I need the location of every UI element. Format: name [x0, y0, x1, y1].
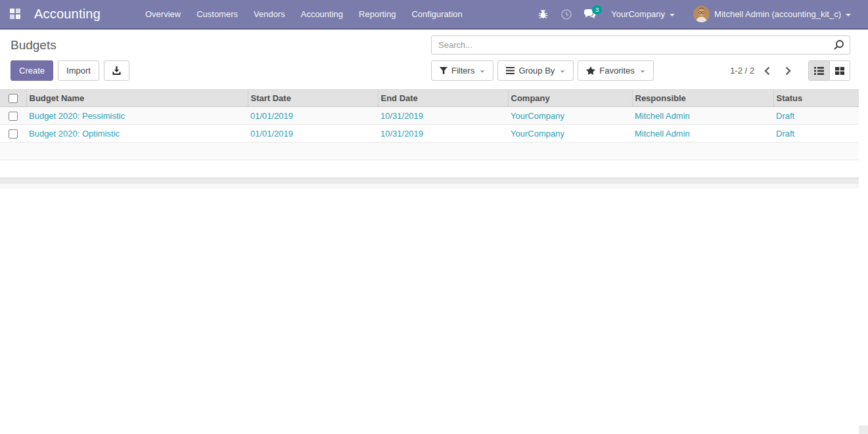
- download-icon: [112, 66, 121, 76]
- messages-menu-button[interactable]: 3: [580, 4, 601, 25]
- cell-start-date[interactable]: 01/01/2019: [248, 107, 378, 125]
- column-header-company[interactable]: Company: [508, 90, 632, 107]
- import-button[interactable]: Import: [58, 60, 99, 81]
- company-switcher[interactable]: YourCompany: [603, 0, 683, 29]
- star-icon: [586, 66, 595, 75]
- cell-budget-name[interactable]: Budget 2020: Pessimistic: [26, 107, 248, 125]
- search-box: [431, 35, 850, 54]
- control-panel: Budgets Create Import: [0, 35, 868, 81]
- main-menu: Overview Customers Vendors Accounting Re…: [137, 1, 470, 28]
- apps-menu-button[interactable]: [5, 5, 25, 24]
- budget-table: Budget Name Start Date End Date Company …: [0, 89, 859, 178]
- chevron-down-icon: [641, 70, 645, 72]
- pager-previous-button[interactable]: [758, 62, 775, 79]
- select-all-checkbox[interactable]: [9, 94, 18, 103]
- apps-grid-icon: [10, 9, 21, 20]
- table-row[interactable]: Budget 2020: Optimistic 01/01/2019 10/31…: [0, 125, 859, 142]
- page-title: Budgets: [11, 38, 431, 54]
- create-button[interactable]: Create: [11, 60, 53, 81]
- debug-bug-icon[interactable]: [532, 4, 553, 25]
- pager-next-button[interactable]: [779, 62, 796, 79]
- row-select-cell: [0, 107, 26, 125]
- column-header-budget-name[interactable]: Budget Name: [26, 90, 248, 107]
- empty-filler-row: [0, 160, 859, 178]
- company-name: YourCompany: [611, 9, 665, 19]
- scrollbar-corner: [859, 425, 868, 434]
- chevron-left-icon: [764, 66, 770, 76]
- empty-filler-row: [0, 142, 859, 160]
- group-by-button[interactable]: Group By: [497, 60, 574, 81]
- list-view-button[interactable]: [809, 61, 829, 80]
- cell-responsible[interactable]: Mitchell Admin: [632, 107, 773, 125]
- chevron-down-icon: [560, 70, 564, 72]
- cell-status[interactable]: Draft: [773, 125, 859, 142]
- kanban-view-button[interactable]: [829, 61, 850, 80]
- filter-funnel-icon: [440, 67, 447, 75]
- favorites-button[interactable]: Favorites: [578, 60, 653, 81]
- cell-start-date[interactable]: 01/01/2019: [248, 125, 378, 142]
- menu-accounting[interactable]: Accounting: [293, 1, 351, 28]
- row-select-cell: [0, 125, 26, 142]
- column-header-responsible[interactable]: Responsible: [632, 90, 773, 107]
- app-title[interactable]: Accounting: [34, 7, 101, 22]
- menu-customers[interactable]: Customers: [189, 1, 246, 28]
- user-menu[interactable]: Mitchell Admin (accounting_kit_c): [685, 0, 859, 29]
- avatar: [693, 6, 710, 22]
- menu-configuration[interactable]: Configuration: [403, 1, 470, 28]
- row-checkbox[interactable]: [9, 112, 18, 121]
- group-by-bars-icon: [506, 67, 514, 74]
- chevron-down-icon: [480, 70, 484, 72]
- clock-icon: [560, 9, 572, 20]
- list-view: Budget Name Start Date End Date Company …: [0, 89, 868, 188]
- column-header-end-date[interactable]: End Date: [378, 90, 508, 107]
- list-view-icon: [814, 67, 824, 75]
- view-switcher: [808, 60, 850, 81]
- column-header-status[interactable]: Status: [773, 90, 859, 107]
- filters-button[interactable]: Filters: [431, 60, 493, 81]
- activities-clock-icon[interactable]: [556, 4, 577, 25]
- cell-end-date[interactable]: 10/31/2019: [378, 107, 508, 125]
- search-icon[interactable]: [833, 39, 844, 51]
- column-header-start-date[interactable]: Start Date: [248, 90, 378, 107]
- chevron-down-icon: [670, 14, 675, 16]
- row-checkbox[interactable]: [9, 129, 18, 139]
- group-by-label: Group By: [518, 66, 555, 76]
- top-navbar: Accounting Overview Customers Vendors Ac…: [0, 0, 868, 30]
- table-footer-shadow: [0, 184, 859, 188]
- cell-responsible[interactable]: Mitchell Admin: [632, 125, 773, 142]
- table-header-row: Budget Name Start Date End Date Company …: [0, 90, 859, 107]
- search-input[interactable]: [438, 40, 833, 50]
- select-all-cell: [0, 90, 26, 107]
- favorites-label: Favorites: [599, 66, 634, 76]
- systray: 3 YourCompany Mitchell Admin (accounting…: [532, 0, 859, 29]
- export-button[interactable]: [104, 60, 129, 81]
- cell-company[interactable]: YourCompany: [508, 107, 632, 125]
- user-name: Mitchell Admin (accounting_kit_c): [714, 9, 841, 19]
- cell-budget-name[interactable]: Budget 2020: Optimistic: [26, 125, 248, 142]
- kanban-view-icon: [835, 67, 844, 75]
- table-footer-strip: [0, 178, 859, 184]
- menu-vendors[interactable]: Vendors: [246, 1, 293, 28]
- menu-reporting[interactable]: Reporting: [351, 1, 403, 28]
- table-row[interactable]: Budget 2020: Pessimistic 01/01/2019 10/3…: [0, 107, 859, 125]
- filters-label: Filters: [451, 66, 474, 76]
- chevron-down-icon: [846, 14, 851, 16]
- cell-status[interactable]: Draft: [773, 107, 859, 125]
- pager-value[interactable]: 1-2 / 2: [730, 66, 754, 76]
- chevron-right-icon: [785, 66, 791, 76]
- bug-icon: [537, 9, 549, 20]
- messages-count-badge: 3: [592, 5, 602, 14]
- cell-end-date[interactable]: 10/31/2019: [378, 125, 508, 142]
- cell-company[interactable]: YourCompany: [508, 125, 632, 142]
- menu-overview[interactable]: Overview: [137, 1, 189, 28]
- pager: 1-2 / 2: [730, 62, 796, 79]
